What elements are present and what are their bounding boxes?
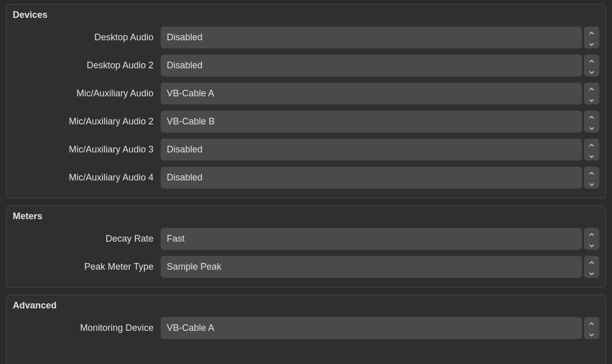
decay-rate-stepper[interactable]: [584, 228, 599, 250]
devices-section: Devices Desktop Audio Disabled Desktop A…: [6, 4, 606, 198]
monitoring-device-row: Monitoring Device VB-Cable A: [13, 317, 599, 339]
desktop-audio-2-label: Desktop Audio 2: [13, 55, 155, 76]
desktop-audio-stepper[interactable]: [584, 27, 599, 48]
mic-aux-audio-3-label: Mic/Auxiliary Audio 3: [13, 139, 155, 161]
peak-meter-type-stepper[interactable]: [584, 256, 599, 278]
mic-aux-audio-stepper[interactable]: [584, 83, 599, 105]
chevron-down-icon: [589, 328, 594, 339]
devices-section-title: Devices: [13, 10, 599, 20]
chevron-up-icon: [589, 317, 594, 328]
mic-aux-audio-4-row: Mic/Auxiliary Audio 4 Disabled: [13, 167, 599, 189]
chevron-up-icon: [589, 111, 594, 121]
chevron-down-icon: [589, 66, 594, 76]
monitoring-device-stepper[interactable]: [584, 317, 599, 339]
peak-meter-type-select[interactable]: Sample Peak: [161, 256, 582, 278]
mic-aux-audio-3-row: Mic/Auxiliary Audio 3 Disabled: [13, 139, 599, 161]
mic-aux-audio-3-stepper[interactable]: [584, 139, 599, 161]
chevron-up-icon: [589, 139, 594, 149]
mic-aux-audio-2-select[interactable]: VB-Cable B: [161, 111, 582, 133]
desktop-audio-label: Desktop Audio: [13, 27, 155, 48]
desktop-audio-row: Desktop Audio Disabled: [13, 27, 599, 48]
chevron-down-icon: [589, 239, 594, 250]
chevron-down-icon: [589, 94, 594, 105]
monitoring-device-select[interactable]: VB-Cable A: [161, 317, 582, 339]
meters-section: Meters Decay Rate Fast Peak Meter Type S…: [6, 205, 606, 288]
desktop-audio-2-select[interactable]: Disabled: [161, 55, 582, 76]
desktop-audio-2-row: Desktop Audio 2 Disabled: [13, 55, 599, 76]
mic-aux-audio-2-row: Mic/Auxiliary Audio 2 VB-Cable B: [13, 111, 599, 133]
chevron-down-icon: [589, 267, 594, 278]
peak-meter-type-label: Peak Meter Type: [13, 256, 155, 278]
chevron-up-icon: [589, 83, 594, 93]
chevron-up-icon: [589, 256, 594, 267]
chevron-down-icon: [589, 150, 594, 161]
mic-aux-audio-4-select[interactable]: Disabled: [161, 167, 582, 189]
chevron-up-icon: [589, 228, 594, 239]
mic-aux-audio-4-stepper[interactable]: [584, 167, 599, 189]
mic-aux-audio-4-label: Mic/Auxiliary Audio 4: [13, 167, 155, 189]
chevron-up-icon: [589, 167, 594, 177]
peak-meter-type-row: Peak Meter Type Sample Peak: [13, 256, 599, 278]
desktop-audio-2-stepper[interactable]: [584, 55, 599, 76]
decay-rate-select[interactable]: Fast: [161, 228, 582, 250]
advanced-section-title: Advanced: [13, 300, 599, 311]
decay-rate-row: Decay Rate Fast: [13, 228, 599, 250]
chevron-down-icon: [589, 122, 594, 133]
mic-aux-audio-select[interactable]: VB-Cable A: [161, 83, 582, 105]
monitoring-device-label: Monitoring Device: [13, 317, 155, 339]
mic-aux-audio-2-label: Mic/Auxiliary Audio 2: [13, 111, 155, 133]
desktop-audio-select[interactable]: Disabled: [161, 27, 582, 48]
chevron-down-icon: [589, 178, 594, 189]
mic-aux-audio-2-stepper[interactable]: [584, 111, 599, 133]
mic-aux-audio-label: Mic/Auxiliary Audio: [13, 83, 155, 105]
chevron-up-icon: [589, 55, 594, 65]
mic-aux-audio-row: Mic/Auxiliary Audio VB-Cable A: [13, 83, 599, 105]
advanced-section: Advanced Monitoring Device VB-Cable A: [6, 295, 606, 364]
meters-section-title: Meters: [13, 211, 599, 222]
chevron-down-icon: [589, 38, 594, 48]
mic-aux-audio-3-select[interactable]: Disabled: [161, 139, 582, 161]
chevron-up-icon: [589, 27, 594, 37]
decay-rate-label: Decay Rate: [13, 228, 155, 250]
